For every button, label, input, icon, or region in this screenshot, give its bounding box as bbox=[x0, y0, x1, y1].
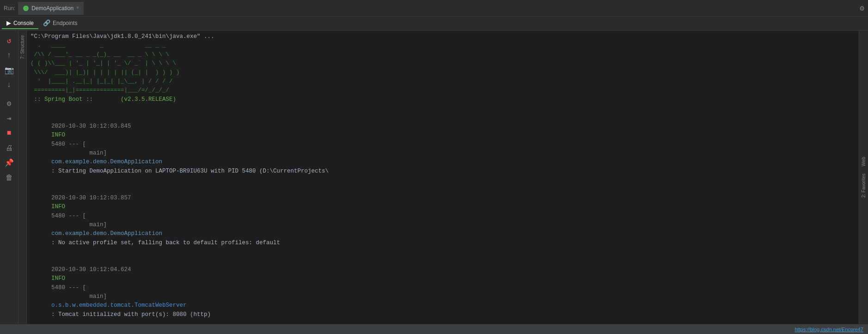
structure-tab[interactable]: 7: Structure bbox=[19, 32, 26, 62]
demo-icon bbox=[23, 6, 29, 11]
delete-button[interactable]: 🗑 bbox=[3, 171, 16, 184]
settings-button[interactable]: ⚙ bbox=[3, 97, 16, 110]
spring-art-4: \\\/ ___)| |_)| | | | | || (_| | ) ) ) ) bbox=[31, 68, 855, 77]
redirect-button[interactable]: ⇥ bbox=[3, 112, 16, 125]
toolbar: ▶ Console 🔗 Endpoints bbox=[0, 17, 868, 31]
log-line-3: 2020-10-30 10:12:04.624 INFO 5480 --- [ … bbox=[31, 256, 855, 324]
spring-art-5: ' |____| .__|_| |_|_| |_\__, | / / / / bbox=[31, 77, 855, 86]
tab-icon bbox=[23, 5, 29, 12]
console-area[interactable]: "C:\Program Files\Java\jdk1.8.0_241\bin\… bbox=[27, 31, 859, 324]
endpoints-tab-icon: 🔗 bbox=[43, 19, 50, 26]
tab-console[interactable]: ▶ Console bbox=[2, 18, 38, 29]
tab-close-button[interactable]: × bbox=[76, 6, 79, 11]
spring-art-2: /\\ / ___'_ __ _ _(_)_ __ __ _ \ \ \ \ bbox=[31, 50, 855, 59]
main-layout: ↺ ↑ 📷 ↓ ⚙ ⇥ ■ 🖨 📌 🗑 7: Structure "C:\Pro… bbox=[0, 31, 868, 324]
pin-button[interactable]: 📌 bbox=[3, 156, 16, 169]
demo-application-tab[interactable]: DemoApplication × bbox=[18, 2, 84, 15]
stop-button[interactable]: ■ bbox=[3, 127, 16, 140]
blank-line bbox=[31, 104, 855, 113]
title-bar: Run: DemoApplication × ⚙ bbox=[0, 0, 868, 17]
cmd-line: "C:\Program Files\Java\jdk1.8.0_241\bin\… bbox=[31, 32, 855, 41]
spring-art-6: =========|_|==============|___/=/_/_/_/ bbox=[31, 86, 855, 95]
print-button[interactable]: 🖨 bbox=[3, 142, 16, 155]
spring-art-3: ( ( )\\___ | '_ | '_| | '_ \/ _` | \ \ \… bbox=[31, 59, 855, 68]
right-tabs: Web 2: Favorites bbox=[859, 31, 868, 324]
console-tab-icon: ▶ bbox=[6, 19, 11, 26]
status-bar: https://blog.csdn.net/Encore47 bbox=[0, 324, 868, 334]
scroll-down-button[interactable]: ↓ bbox=[3, 79, 16, 92]
tab-label: DemoApplication bbox=[31, 5, 73, 12]
spring-art-1: . ____ _ __ _ _ bbox=[31, 41, 855, 50]
left-sidebar: ↺ ↑ 📷 ↓ ⚙ ⇥ ■ 🖨 📌 🗑 bbox=[0, 31, 18, 324]
console-tab-label: Console bbox=[13, 20, 34, 26]
endpoints-tab-label: Endpoints bbox=[53, 20, 77, 26]
tab-endpoints[interactable]: 🔗 Endpoints bbox=[38, 18, 82, 29]
log-line-2: 2020-10-30 10:12:03.857 INFO 5480 --- [ … bbox=[31, 185, 855, 256]
run-label: Run: bbox=[4, 5, 15, 12]
screenshot-button[interactable]: 📷 bbox=[3, 64, 16, 77]
web-tab[interactable]: Web bbox=[860, 153, 867, 170]
left-vertical-tabs: 7: Structure bbox=[18, 31, 27, 324]
spring-version: :: Spring Boot :: (v2.3.5.RELEASE) bbox=[31, 95, 855, 104]
blog-link[interactable]: https://blog.csdn.net/Encore47 bbox=[795, 327, 863, 332]
favorites-tab[interactable]: 2: Favorites bbox=[860, 170, 867, 201]
log-line-1: 2020-10-30 10:12:03.845 INFO 5480 --- [ … bbox=[31, 113, 855, 185]
scroll-up-button[interactable]: ↑ bbox=[3, 49, 16, 62]
settings-icon[interactable]: ⚙ bbox=[860, 4, 864, 13]
rerun-button[interactable]: ↺ bbox=[3, 34, 16, 47]
